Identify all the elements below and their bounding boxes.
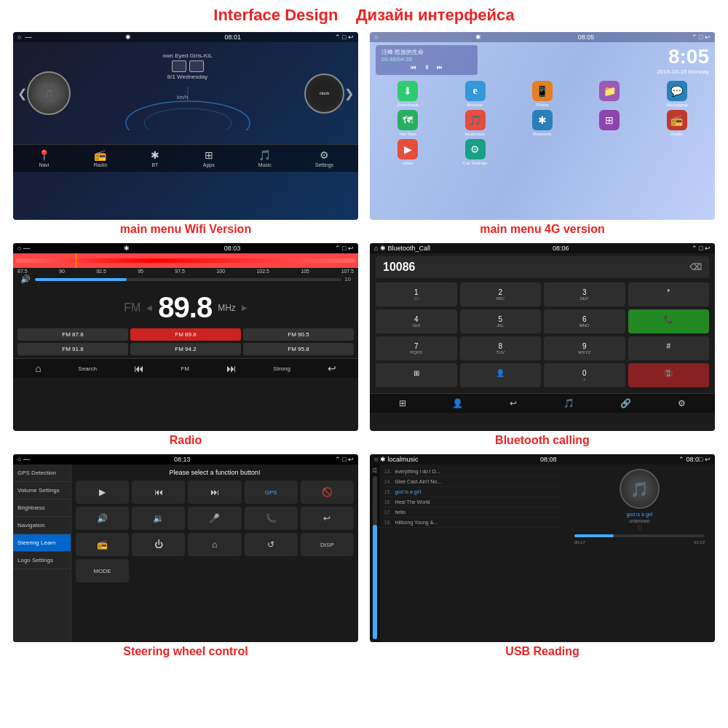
key-4[interactable]: 4GHI [376, 309, 457, 333]
steer-disp-btn[interactable]: DISP [301, 533, 354, 556]
app-localmusic[interactable]: 🎵 localmusic [443, 110, 507, 136]
sidebar-steering[interactable]: Steering Learn [13, 534, 71, 552]
sidebar-volume[interactable]: Volume Settings [13, 482, 71, 499]
key-5[interactable]: 5JKL [460, 309, 542, 333]
prev-freq-btn[interactable]: ◀ [146, 304, 152, 312]
key-1[interactable]: 1○□ [376, 282, 457, 306]
steer-voldown-btn[interactable]: 🔉 [132, 507, 185, 530]
sidebar-brightness[interactable]: Brightness [13, 499, 71, 517]
steer-mute-btn[interactable]: 🚫 [301, 480, 354, 504]
steer-volup-btn[interactable]: 🔊 [76, 507, 129, 530]
sidebar-gps[interactable]: GPS Detection [13, 464, 71, 482]
pl-title-16: Heal The World [395, 499, 430, 505]
music-content: 21 13. everything i do I D... 14. Glee C… [370, 464, 715, 642]
screen-steering: ○ — 08:13 ⌃ □ ↩ GPS Detection Volume Set… [13, 454, 358, 642]
steer-mode-btn[interactable]: MODE [76, 559, 129, 582]
app-folder[interactable]: 📁 [577, 81, 641, 107]
app-radio[interactable]: 📻 Radio [645, 110, 709, 136]
key-8[interactable]: 8TUV [460, 336, 542, 360]
steer-radio-btn[interactable]: 📻 [76, 533, 129, 556]
play-btn-2[interactable]: ⏸ [424, 64, 430, 71]
nav-bt[interactable]: ✱ BT [151, 149, 159, 167]
app-carsettings[interactable]: ⚙ Car Settings [443, 139, 507, 165]
steer-back-btn[interactable]: ↩ [301, 507, 354, 530]
preset-6[interactable]: FM 95.8 [243, 343, 354, 355]
sidebar-navigation[interactable]: Navigation [13, 517, 71, 534]
vol-track [373, 476, 377, 639]
key-7[interactable]: 7PQRS [376, 336, 457, 360]
nav-music[interactable]: 🎵 Music [258, 149, 272, 167]
backspace-btn[interactable]: ⌫ [689, 262, 702, 272]
key-6[interactable]: 6MNO [544, 309, 625, 333]
key-call[interactable]: 📞 [628, 309, 710, 333]
music-controls-2[interactable]: ⏮ ⏸ ⏭ [381, 63, 472, 72]
next-btn-radio[interactable]: ⏭ [226, 363, 237, 374]
key-contact[interactable]: 👤 [460, 363, 542, 387]
pl-item-15[interactable]: 15. god is a girl [380, 487, 564, 497]
steer-prev-btn[interactable]: ⏮ [132, 480, 185, 504]
app-messaging[interactable]: 💬 Messaging [645, 81, 709, 107]
search-btn-radio[interactable]: Search [79, 365, 97, 372]
key-2[interactable]: 2ABC [460, 282, 542, 306]
preset-4[interactable]: FM 91.8 [17, 343, 128, 355]
app-bluetooth[interactable]: ✱ Bluetooth [510, 110, 574, 136]
app-label-carsettings: Car Settings [463, 161, 487, 165]
pl-item-18[interactable]: 18. Hillsong Young &... [380, 518, 564, 528]
prev-btn-2[interactable]: ⏮ [411, 64, 416, 71]
nav-label-radio: Radio [94, 162, 107, 167]
steer-undo-btn[interactable]: ↺ [245, 533, 298, 556]
pl-item-17[interactable]: 17. hello [380, 507, 564, 518]
back-btn-radio[interactable]: ↩ [328, 363, 336, 374]
strong-btn-radio[interactable]: Strong [273, 365, 290, 372]
nav-apps[interactable]: ⊞ Apps [203, 149, 215, 167]
app-phone[interactable]: 📱 Phone [510, 81, 574, 107]
app-netnavi[interactable]: 🗺 Net Navi [376, 110, 440, 136]
pl-item-13[interactable]: 13. everything i do I D... [380, 467, 564, 477]
steer-mic-btn[interactable]: 🎤 [188, 507, 241, 530]
app-browser[interactable]: e Browser [443, 81, 507, 107]
steer-call-btn[interactable]: 📞 [245, 507, 298, 530]
prev-btn-radio[interactable]: ⏮ [134, 363, 144, 374]
bottom-nav-1[interactable]: 📍 Navi 📻 Radio ✱ BT ⊞ Apps 🎵 Music [13, 144, 358, 172]
fm-btn-radio[interactable]: FM [181, 365, 189, 372]
keypad: 1○□ 2ABC 3DEF * 4GHI 5JKL 6MNO 📞 7PQRS 8… [376, 282, 709, 387]
pl-title-15: god is a girl [395, 489, 421, 494]
preset-2[interactable]: FM 89.8 [130, 328, 241, 341]
current-song-6: god is a girl [626, 512, 652, 517]
steer-home-btn[interactable]: ⌂ [188, 533, 241, 556]
pl-title-13: everything i do I D... [395, 469, 440, 474]
rect-icon-2 [189, 60, 204, 72]
bt-icon: ✱ [151, 149, 159, 161]
key-0[interactable]: 0+ [544, 363, 625, 387]
steer-power-btn[interactable]: ⏻ [132, 533, 185, 556]
cell-steering: ○ — 08:13 ⌃ □ ↩ GPS Detection Volume Set… [7, 451, 364, 662]
key-hangup[interactable]: 📵 [628, 363, 710, 387]
home-btn-radio[interactable]: ⌂ [35, 363, 41, 374]
app-grid[interactable]: ⊞ [577, 110, 641, 136]
app-downloads[interactable]: ⬇ Downloads [376, 81, 440, 107]
sidebar-logo[interactable]: Logo Settings [13, 552, 71, 569]
next-freq-btn[interactable]: ▶ [242, 304, 248, 312]
prev-btn-1[interactable]: ❮ [17, 87, 27, 100]
key-3[interactable]: 3DEF [544, 282, 625, 306]
preset-3[interactable]: FM 90.5 [243, 328, 354, 341]
pl-item-14[interactable]: 14. Glee Cast-Ain't No... [380, 477, 564, 487]
key-9[interactable]: 9WXYZ [544, 336, 625, 360]
preset-1[interactable]: FM 87.8 [17, 328, 128, 341]
steer-gps-btn[interactable]: GPS [245, 480, 298, 504]
next-btn-2[interactable]: ⏭ [437, 64, 443, 71]
nav-settings[interactable]: ⚙ Settings [315, 149, 333, 167]
next-btn-1[interactable]: ❯ [344, 87, 354, 100]
key-hash[interactable]: # [628, 336, 710, 360]
app-video[interactable]: ▶ video [376, 139, 440, 165]
dialed-number: 10086 [383, 261, 416, 274]
steer-next-btn[interactable]: ⏭ [188, 480, 241, 504]
pl-item-16[interactable]: 16. Heal The World [380, 497, 564, 507]
preset-5[interactable]: FM 94.2 [130, 343, 241, 355]
steer-play-btn[interactable]: ▶ [76, 480, 129, 504]
track-fav[interactable]: ♡ [637, 525, 642, 531]
key-grid[interactable]: ⊞ [376, 363, 457, 387]
nav-radio[interactable]: 📻 Radio [94, 149, 107, 167]
key-star[interactable]: * [628, 282, 710, 306]
nav-navi[interactable]: 📍 Navi [38, 149, 50, 167]
